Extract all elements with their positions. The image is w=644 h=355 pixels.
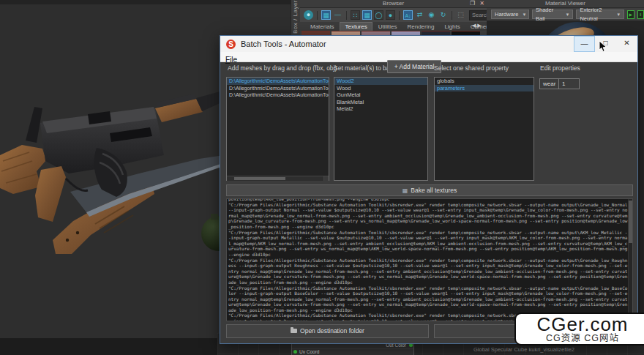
search-input[interactable]: Search... (469, 10, 487, 20)
small-grid-icon[interactable]: ∷ (351, 10, 360, 20)
material-viewer-title[interactable]: Material Viewer (487, 0, 644, 8)
tab-utilities[interactable]: Utilities (374, 23, 402, 31)
file-menu[interactable]: File (220, 55, 242, 64)
tab-textures[interactable]: Textures (340, 22, 372, 31)
texture-icon: ▦ (402, 187, 408, 194)
substance-logo-icon: S (226, 40, 236, 49)
property-section-label: Select one shared property (434, 64, 509, 72)
log-vertical-scrollbar[interactable] (628, 199, 632, 321)
play-icon[interactable]: ▶ (627, 10, 634, 19)
scrollbar-thumb[interactable] (234, 177, 285, 180)
material-item[interactable]: Wood (334, 85, 427, 92)
material-item[interactable]: Metal2 (334, 105, 427, 113)
specular-cube-status: Global Specular Cube kukri_visualizefile… (473, 346, 574, 353)
shared-property-item[interactable]: globals (435, 78, 533, 85)
chevron-down-icon: ▼ (523, 10, 527, 19)
batch-tools-dialog: S Batch Tools - Automator — □ ✕ File Add… (220, 35, 638, 344)
browser-panel-title-label: Browser (383, 0, 404, 7)
browser-tabs: MaterialsTexturesUtilitiesRenderingLight… (300, 22, 487, 31)
shared-property-list[interactable]: globalsparameters (434, 77, 534, 181)
mesh-path-item[interactable]: D:\Allegorithmic\DemoAssets\AutomationTo… (227, 78, 329, 85)
minimize-button[interactable]: — (574, 36, 595, 52)
float-panel-icon[interactable]: ❐ (470, 0, 475, 7)
pin-icon[interactable]: ◉ (427, 10, 436, 20)
close-button[interactable]: ✕ (616, 36, 637, 52)
edit-properties-table: wear 1 (539, 78, 580, 89)
checker-large-icon[interactable]: ▦ (362, 10, 372, 20)
close-panel-icon[interactable]: ✕ (479, 0, 484, 7)
scrollbar-thumb[interactable] (629, 201, 632, 243)
open-destination-folder-button[interactable]: Open destination folder (226, 324, 429, 338)
watermark-title: CGer.com (516, 315, 644, 334)
material-item[interactable]: BlankMetal (334, 99, 427, 106)
dialog-titlebar[interactable]: S Batch Tools - Automator — □ ✕ (220, 36, 637, 52)
scrollbar-corner (323, 176, 329, 181)
mouse-cursor (599, 41, 607, 53)
watermark: CGer.com CG资源 CG网站 (514, 313, 644, 345)
materials-list[interactable]: Wood2WoodGunMetalBlankMetalMetal2 (334, 77, 428, 181)
environment-dropdown[interactable]: Exterior2 Neutral ▼ (576, 10, 624, 19)
mesh-list[interactable]: D:\Allegorithmic\DemoAssets\AutomationTo… (226, 77, 329, 181)
shared-property-item[interactable]: parameters (435, 85, 533, 92)
log-output[interactable]: position@temp\AKM_low_position-from-mesh… (226, 198, 633, 321)
tab-lights[interactable]: Lights (440, 23, 464, 31)
circle-swatch-icon[interactable]: ◯ (374, 10, 383, 20)
swap-icon[interactable]: ⇄ (415, 10, 424, 20)
frame-selection-icon[interactable]: ⬚ (456, 10, 465, 20)
property-value-cell[interactable]: 1 (559, 78, 580, 89)
material-viewer-toolbar: Hardware ▼ Shader Ball ▼ Exterior2 Neutr… (487, 8, 644, 20)
edit-properties-label: Edit properties (540, 64, 580, 72)
tab-materials[interactable]: Materials (306, 23, 338, 31)
browser-panel-title[interactable]: Browser ❐ ✕ (300, 0, 487, 8)
chevron-down-icon: ▼ (616, 10, 621, 19)
minus-icon[interactable]: — (333, 10, 342, 20)
toolbar-separator (399, 11, 400, 20)
chevron-down-icon: ▼ (565, 10, 569, 19)
log-text: position@temp\AKM_low_position-from-mesh… (228, 198, 628, 321)
toolbar-separator (317, 11, 318, 20)
dialog-title: Batch Tools - Automator (241, 40, 326, 48)
preview-shape-dropdown-value: Shader Ball (536, 6, 561, 23)
material-item[interactable]: GunMetal (334, 91, 427, 99)
mesh-path-item[interactable]: D:\Allegorithmic\DemoAssets\AutomationTo… (227, 91, 329, 99)
material-item[interactable]: Wood2 (334, 78, 427, 85)
browser-toolbar: ● ▦ — ∷ ▦ ◯ ● A↓ ⇄ ◉ ↻ ⬚ Search... (300, 8, 487, 22)
bake-all-textures-button[interactable]: ▦Bake all textures (226, 184, 633, 196)
property-key-cell[interactable]: wear (539, 78, 559, 89)
screen: ed Box / Layer Browser ❐ ✕ ● ▦ — ∷ ▦ ◯ ●… (0, 0, 644, 355)
bake-button-label: Bake all textures (411, 187, 457, 194)
refresh-icon[interactable]: ↻ (438, 10, 448, 20)
browser-panel-buttons: ❐ ✕ (470, 0, 484, 7)
renderer-dropdown[interactable]: Hardware ▼ (491, 10, 529, 19)
mesh-path-item[interactable]: D:\Allegorithmic\DemoAssets\AutomationTo… (227, 85, 329, 92)
sphere-view-icon[interactable]: ● (304, 10, 313, 20)
browser-panel: Browser ❐ ✕ ● ▦ — ∷ ▦ ◯ ● A↓ ⇄ ◉ ↻ ⬚ Sea… (300, 0, 487, 35)
mesh-list-horizontal-scrollbar[interactable] (227, 176, 329, 181)
open-folder-label: Open destination folder (300, 327, 364, 335)
add-material-button[interactable]: + Add Material (387, 60, 441, 73)
preview-shape-dropdown[interactable]: Shader Ball ▼ (532, 10, 573, 19)
node-row-uv-coord: Uv Coord (292, 349, 413, 355)
sort-alphabetical-icon[interactable]: A↓ (403, 10, 413, 20)
pause-icon[interactable]: ‖ (637, 10, 644, 19)
toolbar-separator (346, 11, 347, 20)
meshes-section-label: Add meshes by drag and drop (fbx, obj) (228, 64, 337, 72)
folder-icon (291, 329, 297, 333)
uv-coord-label: Uv Coord (299, 349, 319, 354)
input-port[interactable] (293, 350, 297, 354)
viewport-bottom-strip (0, 338, 220, 355)
tab-rendering[interactable]: Rendering (402, 23, 438, 31)
environment-dropdown-value: Exterior2 Neutral (580, 6, 613, 23)
tab-scroll-arrows[interactable]: ◀ ▶ (472, 23, 482, 29)
sphere-swatch-icon[interactable]: ● (386, 10, 395, 20)
renderer-dropdown-value: Hardware (495, 10, 519, 19)
checker-display-icon[interactable]: ▦ (321, 10, 331, 20)
toolbar-separator (452, 11, 452, 20)
